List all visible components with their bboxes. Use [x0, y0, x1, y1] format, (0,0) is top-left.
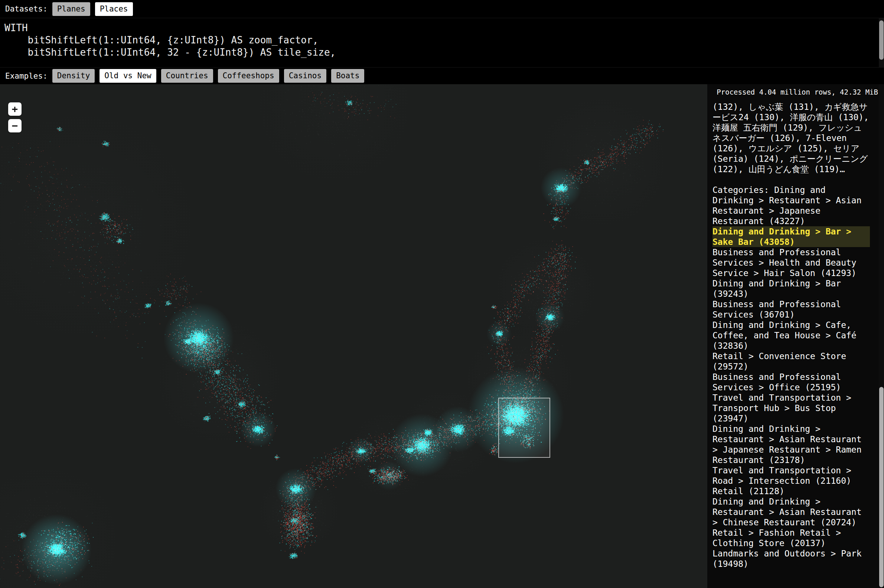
sql-editor[interactable]: WITH bitShiftLeft(1::UInt64, {z:UInt8}) … — [0, 18, 884, 68]
categories-block: Categories: Dining and Drinking > Restau… — [713, 185, 870, 569]
datasets-label: Datasets: — [5, 4, 48, 14]
dataset-button-planes[interactable]: Planes — [53, 2, 90, 16]
examples-bar: Examples: Density Old vs New Countries C… — [0, 68, 884, 84]
datasets-bar: Datasets: Planes Places — [0, 0, 884, 18]
category-item: Categories: Dining and Drinking > Restau… — [713, 185, 870, 226]
sql-line: bitShiftLeft(1::UInt64, 32 - {z:UInt8}) … — [5, 46, 875, 58]
example-button-old-vs-new[interactable]: Old vs New — [99, 69, 156, 83]
category-item: Dining and Drinking > Restaurant > Asian… — [713, 496, 870, 528]
category-item: Business and Professional Services (3670… — [713, 299, 870, 320]
zoom-out-button[interactable]: − — [8, 119, 21, 132]
page-scrollbar-thumb[interactable] — [879, 387, 884, 587]
example-button-density[interactable]: Density — [53, 69, 95, 83]
example-button-coffeeshops[interactable]: Coffeeshops — [218, 69, 279, 83]
selection-rectangle[interactable] — [498, 398, 550, 458]
zoom-controls: + − — [8, 102, 21, 132]
examples-label: Examples: — [5, 72, 48, 81]
category-item: Business and Professional Services > Hea… — [713, 247, 870, 278]
category-item: Business and Professional Services > Off… — [713, 372, 870, 393]
categories-label: Categories: — [713, 185, 774, 195]
category-item: Retail > Convenience Store (29572) — [713, 351, 870, 372]
sql-line: WITH — [5, 22, 875, 34]
example-button-countries[interactable]: Countries — [161, 69, 213, 83]
sql-line: bitShiftLeft(1::UInt64, {z:UInt8}) AS zo… — [5, 34, 875, 46]
zoom-in-button[interactable]: + — [8, 102, 21, 116]
category-item: Dining and Drinking > Cafe, Coffee, and … — [713, 320, 870, 351]
category-item-highlighted: Dining and Drinking > Bar > Sake Bar (43… — [713, 226, 870, 247]
results-panel: Processed 4.04 million rows, 42.32 MiB (… — [707, 84, 884, 588]
brand-counts-text: (132), しゃぶ葉 (131), カギ救急サービス24 (130), 洋服の… — [713, 102, 870, 174]
processed-status: Processed 4.04 million rows, 42.32 MiB — [713, 87, 878, 97]
sql-editor-scrollbar[interactable] — [879, 18, 884, 67]
category-item: Landmarks and Outdoors > Park (19498) — [713, 548, 870, 569]
example-button-casinos[interactable]: Casinos — [284, 69, 327, 83]
map[interactable]: + − — [0, 84, 707, 588]
category-item: Travel and Transportation > Transport Hu… — [713, 393, 870, 424]
category-item: Retail > Fashion Retail > Clothing Store… — [713, 528, 870, 548]
category-item: Dining and Drinking > Restaurant > Asian… — [713, 424, 870, 465]
sql-editor-scrollbar-thumb[interactable] — [879, 20, 884, 60]
app-root: Datasets: Planes Places WITH bitShiftLef… — [0, 0, 884, 588]
content-area: + − Processed 4.04 million rows, 42.32 M… — [0, 84, 884, 588]
dataset-button-places[interactable]: Places — [95, 2, 133, 16]
example-button-boats[interactable]: Boats — [331, 69, 364, 83]
category-item: Dining and Drinking > Bar (39243) — [713, 278, 870, 299]
category-item: Travel and Transportation > Road > Inter… — [713, 465, 870, 486]
map-canvas[interactable] — [0, 84, 707, 588]
page-scrollbar[interactable] — [879, 84, 884, 588]
category-item: Retail (21128) — [713, 486, 870, 496]
